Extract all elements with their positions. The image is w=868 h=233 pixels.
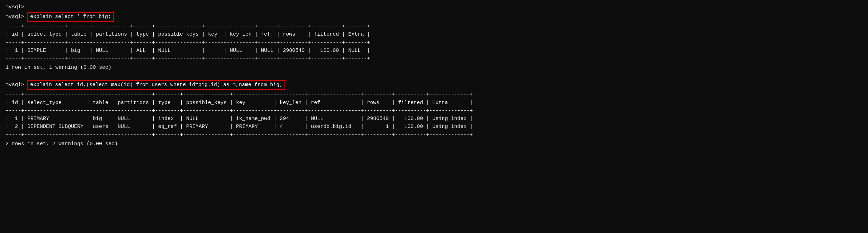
blank-spacer xyxy=(6,77,862,80)
table2-header: | id | select_type | table | partitions … xyxy=(6,99,862,107)
table1-sep-top: +----+-------------+-------+------------… xyxy=(6,22,862,30)
prompt-label: mysql> xyxy=(6,3,24,11)
command-line-2: mysql> explain select id,(select max(id)… xyxy=(6,80,862,90)
result-text-1: 1 row in set, 1 warning (0.00 sec) xyxy=(6,64,862,72)
blank-prompt-line: mysql> xyxy=(6,3,862,11)
table2-row1: | 1 | PRIMARY | big | NULL | index | NUL… xyxy=(6,115,862,123)
terminal: mysql> mysql> explain select * from big;… xyxy=(6,3,862,148)
table1-sep-mid: +----+-------------+-------+------------… xyxy=(6,39,862,47)
prompt-label-1: mysql> xyxy=(6,13,27,21)
command-box-2[interactable]: explain select id,(select max(id) from u… xyxy=(27,80,285,90)
table2-sep-top: +----+--------------------+-------+-----… xyxy=(6,91,862,99)
prompt-label-2: mysql> xyxy=(6,81,27,89)
command-line-1: mysql> explain select * from big; xyxy=(6,12,862,22)
command-box-1[interactable]: explain select * from big; xyxy=(27,12,114,22)
table1-row1: | 1 | SIMPLE | big | NULL | ALL | NULL |… xyxy=(6,47,862,55)
table2-sep-bot: +----+--------------------+-------+-----… xyxy=(6,131,862,139)
result-text-2: 2 rows in set, 2 warnings (0.00 sec) xyxy=(6,140,862,148)
table1-header: | id | select_type | table | partitions … xyxy=(6,30,862,38)
table2-row2: | 2 | DEPENDENT SUBQUERY | users | NULL … xyxy=(6,123,862,131)
table1-sep-bot: +----+-------------+-------+------------… xyxy=(6,55,862,63)
table2-sep-mid: +----+--------------------+-------+-----… xyxy=(6,107,862,115)
